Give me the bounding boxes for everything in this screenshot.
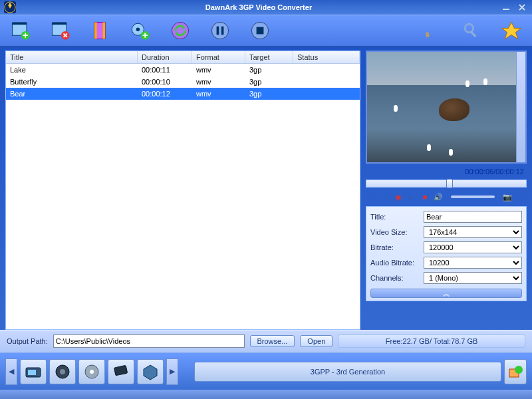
preview-scrollbar[interactable] bbox=[516, 52, 525, 162]
file-list-panel: Title Duration Format Target Status Lake… bbox=[5, 51, 360, 330]
preview-controls: ⇤ ⇥ ◉ ▶ ■ 🔊 📷 ⛶ bbox=[366, 190, 527, 203]
title-label: Title: bbox=[370, 213, 424, 221]
record-button[interactable]: ◉ bbox=[394, 192, 403, 201]
next-frame-button[interactable]: ⇥ bbox=[380, 192, 390, 201]
preview-panel: 00:00:06/00:00:12 ⇤ ⇥ ◉ ▶ ■ 🔊 📷 ⛶ Title:… bbox=[366, 51, 527, 330]
expand-properties-button[interactable]: ︽ bbox=[370, 289, 522, 298]
help-button[interactable] bbox=[497, 18, 525, 43]
svg-point-34 bbox=[515, 366, 523, 374]
open-button[interactable]: Open bbox=[300, 335, 332, 347]
svg-rect-4 bbox=[12, 22, 27, 25]
svg-rect-31 bbox=[114, 365, 128, 375]
volume-slider[interactable] bbox=[451, 196, 495, 198]
file-list-header: Title Duration Format Target Status bbox=[6, 51, 360, 64]
register-button[interactable] bbox=[458, 18, 485, 43]
svg-rect-20 bbox=[257, 27, 264, 35]
svg-point-13 bbox=[136, 28, 140, 31]
svg-rect-7 bbox=[52, 22, 66, 25]
audiobitrate-label: Audio Bitrate: bbox=[370, 259, 424, 267]
convert-button[interactable] bbox=[166, 18, 194, 43]
profile-thumb-phone[interactable] bbox=[108, 359, 134, 384]
videosize-label: Video Size: bbox=[370, 228, 424, 236]
preview-time: 00:00:06/00:00:12 bbox=[366, 166, 527, 177]
videosize-select[interactable]: 176x144 bbox=[424, 226, 522, 238]
stop-button[interactable]: ■ bbox=[420, 192, 430, 201]
seek-slider[interactable] bbox=[366, 180, 527, 188]
svg-rect-11 bbox=[103, 22, 106, 39]
output-path-label: Output Path: bbox=[7, 337, 48, 345]
svg-rect-17 bbox=[217, 27, 219, 35]
table-row[interactable]: Butterfly00:00:10wmv3gp bbox=[6, 76, 360, 88]
column-format[interactable]: Format bbox=[192, 51, 245, 63]
profile-next-button[interactable]: ▶ bbox=[166, 358, 178, 385]
footer-bar bbox=[0, 390, 532, 399]
svg-rect-10 bbox=[94, 22, 97, 39]
column-title[interactable]: Title bbox=[6, 51, 138, 63]
fullscreen-button[interactable]: ⛶ bbox=[516, 192, 525, 201]
disk-space-indicator: Free:22.7 GB/ Total:78.7 GB bbox=[338, 334, 525, 348]
app-title: DawnArk 3GP Video Converter bbox=[21, 3, 496, 11]
stop-convert-button[interactable] bbox=[246, 18, 274, 43]
remove-file-button[interactable] bbox=[47, 18, 74, 43]
minimize-button[interactable] bbox=[500, 3, 512, 12]
prev-frame-button[interactable]: ⇤ bbox=[367, 192, 376, 201]
svg-rect-26 bbox=[28, 370, 36, 375]
volume-icon[interactable]: 🔊 bbox=[434, 192, 443, 201]
svg-point-28 bbox=[60, 369, 65, 374]
channels-label: Channels: bbox=[370, 274, 424, 282]
table-row[interactable]: Bear00:00:12wmv3gp bbox=[6, 88, 360, 100]
profile-label[interactable]: 3GPP - 3rd Generation bbox=[194, 362, 501, 382]
title-bar: DawnArk 3GP Video Converter bbox=[0, 0, 532, 15]
profile-settings-button[interactable] bbox=[504, 359, 527, 384]
profile-bar: ◀ ▶ 3GPP - 3rd Generation bbox=[0, 352, 532, 390]
svg-marker-0 bbox=[8, 3, 11, 9]
pause-button[interactable] bbox=[206, 18, 234, 43]
profile-thumb-box[interactable] bbox=[137, 359, 164, 384]
preview-display bbox=[366, 51, 527, 164]
clip-button[interactable] bbox=[86, 18, 114, 43]
output-row: Output Path: Browse... Open Free:22.7 GB… bbox=[0, 330, 532, 352]
profile-thumb-audio[interactable] bbox=[49, 359, 76, 384]
main-toolbar: $ bbox=[0, 15, 532, 47]
svg-rect-2 bbox=[503, 9, 509, 10]
snapshot-button[interactable]: 📷 bbox=[503, 192, 512, 201]
settings-button[interactable] bbox=[126, 18, 154, 43]
svg-marker-24 bbox=[502, 22, 521, 39]
properties-panel: Title: Video Size: 176x144 Bitrate: 1200… bbox=[366, 206, 527, 301]
table-row[interactable]: Lake00:00:11wmv3gp bbox=[6, 64, 360, 76]
profile-prev-button[interactable]: ◀ bbox=[5, 358, 17, 385]
svg-point-15 bbox=[172, 22, 188, 39]
bitrate-select[interactable]: 120000 bbox=[424, 241, 522, 253]
close-button[interactable] bbox=[516, 3, 528, 12]
channels-select[interactable]: 1 (Mono) bbox=[424, 272, 522, 284]
svg-rect-23 bbox=[469, 31, 476, 37]
svg-marker-32 bbox=[144, 365, 157, 380]
svg-point-16 bbox=[211, 22, 228, 39]
browse-button[interactable]: Browse... bbox=[250, 335, 295, 347]
output-path-input[interactable] bbox=[53, 334, 245, 348]
svg-point-30 bbox=[90, 370, 94, 374]
profile-thumb-disc[interactable] bbox=[78, 359, 105, 384]
svg-rect-18 bbox=[221, 27, 224, 35]
audiobitrate-select[interactable]: 10200 bbox=[424, 257, 522, 269]
buy-button[interactable]: $ bbox=[418, 18, 446, 43]
column-target[interactable]: Target bbox=[245, 51, 293, 63]
add-file-button[interactable] bbox=[7, 18, 35, 43]
svg-text:$: $ bbox=[426, 31, 430, 38]
app-logo-icon bbox=[4, 1, 16, 13]
column-duration[interactable]: Duration bbox=[138, 51, 192, 63]
bitrate-label: Bitrate: bbox=[370, 243, 424, 251]
play-button[interactable]: ▶ bbox=[407, 192, 416, 201]
preview-content bbox=[439, 98, 469, 121]
profile-thumb-device[interactable] bbox=[20, 359, 47, 384]
title-input[interactable] bbox=[424, 211, 522, 223]
column-status[interactable]: Status bbox=[293, 51, 360, 63]
